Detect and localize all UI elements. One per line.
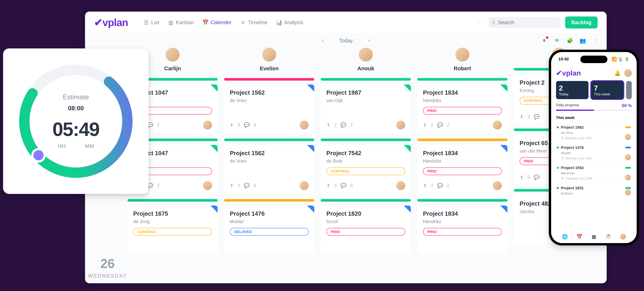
column-header: Evelien bbox=[224, 48, 314, 72]
view-analysis[interactable]: 📊Analysis bbox=[276, 20, 303, 25]
project-card[interactable]: Project 1987van Dijk⬆2💬2 bbox=[321, 84, 411, 134]
card-footer: ⬆3💬6 bbox=[230, 181, 308, 190]
tab-calendar[interactable]: 📅 bbox=[576, 234, 582, 240]
list-item[interactable]: Project 1562de Vries🗓Monday July 24th bbox=[556, 122, 632, 143]
progress-bar bbox=[224, 78, 314, 80]
project-card[interactable]: Project 7542de BoerCONTROL⬆3💬6 bbox=[321, 145, 411, 194]
phone-logo: ✔vplan bbox=[556, 69, 614, 77]
item-client: Mulder bbox=[557, 151, 631, 155]
progress-bar bbox=[321, 78, 411, 80]
progress-bar bbox=[224, 199, 314, 202]
more-button[interactable]: ⋮ bbox=[592, 37, 599, 44]
search-box[interactable]: 🔍 bbox=[488, 17, 560, 28]
upload-icon: ⬆ bbox=[230, 122, 234, 128]
view-kanban[interactable]: ▥Kanban bbox=[168, 20, 194, 25]
fullscreen-button[interactable]: ⛶ bbox=[475, 18, 484, 27]
item-client: de Vries bbox=[557, 131, 631, 135]
assignee-avatar bbox=[300, 181, 308, 190]
kanban-icon: ▥ bbox=[168, 20, 174, 25]
progress-bar bbox=[417, 78, 508, 80]
list-item[interactable]: Project 1831Embsen bbox=[556, 183, 632, 198]
item-date: 🗓Monday July 24th bbox=[557, 136, 631, 140]
status-dot bbox=[557, 187, 559, 189]
view-list[interactable]: ☰List bbox=[144, 20, 159, 25]
project-card[interactable]: Project 1834HendriksPRIO bbox=[417, 206, 508, 254]
notifications-button[interactable]: 🔔 bbox=[614, 70, 620, 76]
day-label: 26WEDNESDAY bbox=[88, 229, 128, 283]
current-date-label: Today bbox=[339, 38, 353, 44]
tile-this-week[interactable]: 7This week bbox=[591, 81, 624, 99]
view-timeline[interactable]: ≡Timeline bbox=[240, 20, 268, 25]
card-title: Project 7542 bbox=[326, 150, 405, 156]
progress-bar bbox=[224, 138, 314, 141]
assignee-avatar bbox=[203, 120, 212, 130]
progress-bar bbox=[417, 199, 508, 202]
project-card[interactable]: Project 1562de Vries⬆3💬6 bbox=[224, 145, 314, 194]
estimate-label: Estimate bbox=[3, 93, 149, 101]
comments-count: 6 bbox=[254, 183, 256, 188]
card-corner bbox=[500, 84, 508, 92]
card-tag: PRIO bbox=[423, 107, 502, 114]
date-nav: ‹ Today › ▼ 👁 🧩 👥 ⋮ bbox=[85, 34, 607, 48]
project-card[interactable]: Project 1834HendriksPRIO⬆2💬2 bbox=[417, 145, 508, 194]
card-client: van Dijk bbox=[326, 98, 405, 103]
tile-today[interactable]: 2Today bbox=[556, 81, 588, 99]
card-client: de Boer bbox=[326, 158, 405, 164]
puzzle-icon: 🧩 bbox=[567, 38, 573, 44]
list-item[interactable]: Project 1552Meulman🗓Tuesday July 25th bbox=[556, 163, 632, 183]
upload-icon: ⬆ bbox=[230, 183, 234, 188]
upload-count: 3 bbox=[334, 183, 337, 188]
upload-count: 3 bbox=[238, 183, 240, 188]
card-corner bbox=[404, 84, 411, 92]
elapsed-value: 05:49 bbox=[3, 118, 149, 140]
prev-day-button[interactable]: ‹ bbox=[322, 38, 324, 43]
people-icon: 👥 bbox=[580, 38, 586, 44]
visibility-button[interactable]: 👁 bbox=[554, 37, 560, 44]
avatar bbox=[456, 48, 469, 62]
project-card[interactable]: Project 1562de Vries⬆3💬6 bbox=[224, 84, 314, 134]
comments-count: 2 bbox=[447, 122, 450, 128]
project-card[interactable]: Project 1820GrootPRIO bbox=[321, 206, 411, 254]
upload-icon: ⬆ bbox=[326, 122, 330, 128]
backlog-button[interactable]: Backlog bbox=[565, 16, 598, 28]
card-client: Mulder bbox=[230, 219, 308, 224]
next-day-button[interactable]: › bbox=[368, 38, 370, 43]
project-card[interactable]: Project 1834HendriksPRIO⬆2💬2 bbox=[417, 84, 508, 134]
estimate-value: 08:00 bbox=[3, 105, 149, 112]
profile-button[interactable] bbox=[624, 69, 632, 77]
card-title: Project 1820 bbox=[326, 210, 405, 217]
project-card[interactable]: Project 1675de JongCONTROL bbox=[128, 206, 218, 254]
plugins-button[interactable]: 🧩 bbox=[567, 37, 573, 44]
tab-timer[interactable]: ⏱ bbox=[605, 234, 612, 240]
card-corner bbox=[307, 206, 314, 213]
hh-label: HH bbox=[58, 143, 66, 149]
upload-icon: ⬆ bbox=[520, 174, 524, 180]
list-item[interactable]: Project 1476Mulder🗓Monday July 24th bbox=[556, 143, 632, 163]
tab-apps[interactable]: ▦ bbox=[591, 234, 597, 240]
progress-bar bbox=[128, 199, 218, 202]
assignee-avatar bbox=[493, 120, 502, 130]
card-corner bbox=[307, 145, 314, 152]
item-title: Project 1476 bbox=[561, 145, 623, 150]
tab-profile[interactable] bbox=[620, 234, 626, 240]
people-button[interactable]: 👥 bbox=[580, 37, 586, 44]
column-name: Robert bbox=[417, 66, 508, 72]
card-tag: PRIO bbox=[423, 228, 502, 236]
filter-button[interactable]: ▼ bbox=[541, 37, 548, 44]
globe-icon: 🌐 bbox=[562, 234, 568, 240]
search-input[interactable] bbox=[498, 20, 563, 25]
comments-count: 2 bbox=[350, 122, 353, 128]
search-icon: 🔍 bbox=[492, 19, 495, 26]
tab-home[interactable]: 🌐 bbox=[562, 234, 568, 240]
upload-icon: ⬆ bbox=[423, 122, 427, 128]
grid-icon: ▦ bbox=[592, 234, 596, 240]
view-calendar[interactable]: 📅Calender bbox=[203, 20, 231, 25]
comments-count: 6 bbox=[254, 122, 256, 128]
card-footer: ⬆2💬2 bbox=[326, 120, 405, 130]
calendar-icon: 🗓 bbox=[561, 156, 564, 160]
project-card[interactable]: Project 1476MulderDELAYED bbox=[224, 206, 314, 254]
item-avatar bbox=[625, 134, 631, 140]
item-avatar bbox=[625, 189, 631, 196]
tile-next[interactable] bbox=[626, 81, 632, 99]
item-chip bbox=[625, 187, 631, 189]
